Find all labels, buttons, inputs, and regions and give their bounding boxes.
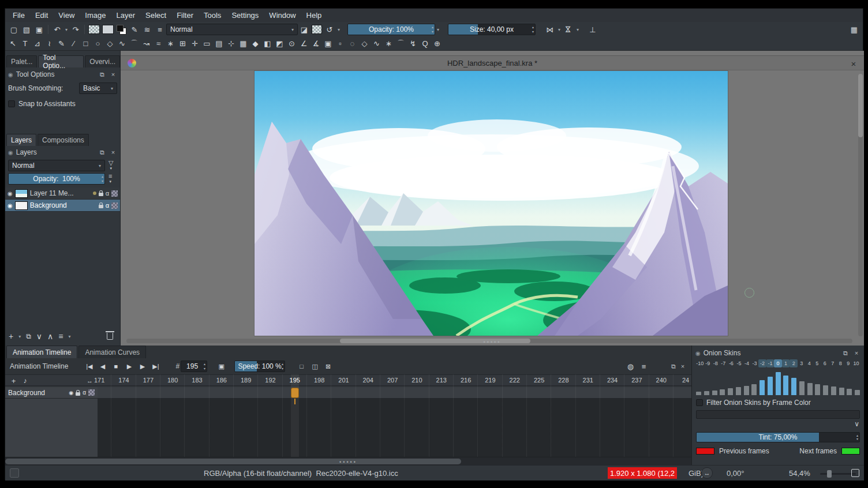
brush-editor-icon[interactable]: ≡	[154, 23, 166, 36]
frame-number[interactable]: 231	[576, 375, 600, 386]
onion-offset-toggle[interactable]: 10	[852, 359, 860, 367]
select-shapes-tool[interactable]: ↖	[7, 38, 19, 50]
duplicate-layer-button[interactable]: ⧉	[26, 332, 31, 340]
onion-offset-toggle[interactable]: 6	[821, 359, 829, 367]
alpha-icon[interactable]: α	[106, 202, 109, 209]
layer-blend-mode-select[interactable]: Normal ▾	[8, 160, 105, 171]
timeline-track[interactable]	[98, 387, 691, 399]
menu-item[interactable]: Tools	[199, 10, 226, 20]
frame-number[interactable]: 201	[331, 375, 356, 386]
onion-opacity-bar[interactable]	[815, 384, 820, 395]
frame-number[interactable]: 210	[405, 375, 429, 386]
undo-icon[interactable]: ↶	[51, 23, 63, 36]
crop-tool[interactable]: ▭	[201, 38, 213, 50]
canvas-only-mode-button[interactable]	[851, 469, 859, 477]
dock-tab[interactable]: Layers	[6, 134, 36, 146]
close-icon[interactable]: ×	[109, 149, 117, 156]
onion-offset-toggle[interactable]: -5	[735, 359, 743, 367]
splitter-handle[interactable]: •••••	[339, 459, 357, 465]
frame-number[interactable]: 207	[380, 375, 405, 386]
frame-number[interactable]: 228	[551, 375, 575, 386]
move-tool[interactable]: ✛	[189, 38, 201, 50]
frame-number[interactable]: 219	[478, 375, 502, 386]
previous-frame-button[interactable]: ◀	[96, 361, 108, 372]
onion-opacity-bar[interactable]	[712, 391, 717, 395]
canvas-vscrollbar[interactable]	[858, 74, 863, 336]
menu-item[interactable]: Settings	[226, 10, 264, 20]
reference-images-tool[interactable]: ▣	[322, 38, 334, 50]
multibrush-tool[interactable]: ∗	[164, 38, 177, 50]
close-icon[interactable]: ×	[679, 363, 687, 370]
docker-tab[interactable]: Animation Timeline	[6, 346, 77, 358]
chevron-down-icon[interactable]: ∨	[854, 420, 859, 428]
layer-row[interactable]: ◉ Background α	[5, 200, 120, 212]
onion-opacity-bar[interactable]	[760, 380, 765, 395]
opacity-dropdown-icon[interactable]: ▾	[435, 23, 441, 36]
docker-tab[interactable]: Animation Curves	[78, 346, 146, 358]
menu-item[interactable]: Select	[140, 10, 171, 20]
layer-opacity-slider[interactable]: Opacity: 100% ▴▾	[8, 173, 105, 185]
onion-opacity-bar[interactable]	[704, 391, 709, 395]
eye-icon[interactable]: ◉	[8, 202, 13, 209]
ellipse-tool[interactable]: ○	[92, 38, 104, 50]
timeline-layer-row[interactable]: Background ◉ α	[5, 387, 98, 399]
alpha-checker-icon[interactable]	[88, 389, 95, 396]
close-icon[interactable]: ×	[852, 350, 860, 356]
gradient-chooser[interactable]	[88, 25, 100, 34]
scrollbar-handle[interactable]	[858, 74, 863, 137]
float-icon[interactable]: ⧉	[98, 149, 106, 156]
frame-number[interactable]: 192	[258, 375, 282, 386]
onion-opacity-bar[interactable]	[799, 381, 805, 395]
layer-properties-button[interactable]: ≡	[58, 332, 63, 341]
menu-item[interactable]: Image	[80, 10, 111, 20]
measure-tool[interactable]: ∡	[310, 38, 322, 50]
frame-number[interactable]: 183	[185, 375, 209, 386]
delete-layer-button[interactable]	[107, 333, 113, 340]
frame-number[interactable]: 222	[503, 375, 527, 386]
eraser-icon[interactable]: ◪	[298, 23, 310, 36]
float-icon[interactable]: ⧉	[98, 71, 106, 78]
add-timeline-layer-icon[interactable]: +	[8, 375, 20, 386]
duplicate-frame-icon[interactable]: ◫	[309, 361, 321, 372]
onion-offset-toggle[interactable]: -8	[712, 359, 720, 367]
onion-opacity-bar[interactable]	[768, 377, 773, 395]
alpha-checker-icon[interactable]	[111, 202, 118, 209]
frame-number[interactable]: 204	[356, 375, 380, 386]
onion-opacity-bar[interactable]	[696, 392, 701, 395]
dynamic-brush-tool[interactable]: ≈	[152, 38, 164, 50]
onion-opacity-bar[interactable]	[720, 389, 725, 395]
onion-offset-toggle[interactable]: -7	[720, 359, 728, 367]
onion-opacity-bar[interactable]	[751, 384, 757, 395]
pin-to-timeline-icon[interactable]	[93, 192, 96, 195]
rect-select-tool[interactable]: ▫	[334, 38, 346, 50]
onion-offset-toggle[interactable]: 3	[798, 359, 806, 367]
frame-ruler[interactable]: + ♪ ↔ 1711741771801831861891921951982012…	[5, 374, 691, 386]
zoom-slider-handle[interactable]	[827, 470, 832, 478]
onion-offset-toggle[interactable]: -4	[743, 359, 751, 367]
frame-number[interactable]: 213	[429, 375, 454, 386]
onion-offset-toggle[interactable]: -6	[727, 359, 735, 367]
calligraphy-tool[interactable]: ≀	[43, 38, 55, 50]
audio-icon[interactable]: ♪	[19, 375, 31, 386]
menu-item[interactable]: Edit	[30, 10, 53, 20]
layer-options-icon[interactable]: ≡▾	[108, 174, 112, 184]
add-layer-button[interactable]: +	[9, 332, 13, 341]
lock-icon[interactable]	[76, 392, 80, 396]
timeline-grid[interactable]	[98, 399, 691, 457]
enclose-fill-tool[interactable]: ◩	[274, 38, 286, 50]
line-tool[interactable]: ∕	[68, 38, 80, 50]
open-image-icon[interactable]: ▧	[20, 23, 33, 36]
onion-offset-toggle[interactable]: 2	[790, 359, 798, 367]
alpha-icon[interactable]: α	[106, 190, 109, 197]
smart-patch-tool[interactable]: ◆	[249, 38, 261, 50]
onion-opacity-bar[interactable]	[728, 388, 733, 395]
filter-by-color-checkbox[interactable]	[696, 399, 703, 406]
onion-opacity-bar[interactable]	[823, 385, 828, 395]
dock-tab[interactable]: Tool Optio...	[38, 55, 84, 67]
play-button[interactable]: ▶	[123, 361, 135, 372]
rectangle-tool[interactable]: □	[80, 38, 92, 50]
timeline-menu-icon[interactable]: ≡	[638, 361, 650, 372]
brush-smoothing-select[interactable]: Basic ▾	[79, 82, 117, 94]
blend-mode-select[interactable]: Normal ▾	[166, 24, 298, 35]
freehand-brush-tool[interactable]: ✎	[55, 38, 68, 50]
